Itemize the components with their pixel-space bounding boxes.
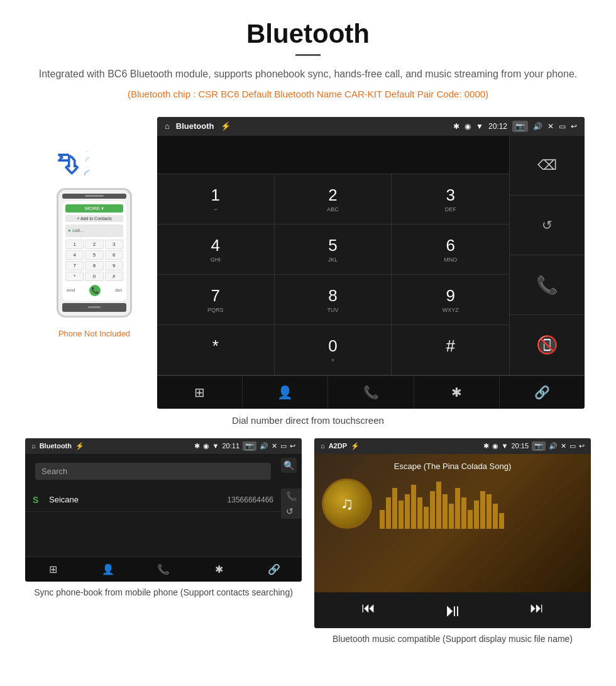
dial-key-2[interactable]: 2ABC xyxy=(275,174,392,224)
phone-side: ⮷ ┈ ◜ ◜ MORE ▾ + Add to Contacts ● call.… xyxy=(31,117,157,338)
song-title: Escape (The Pina Colada Song) xyxy=(322,462,583,471)
page-title: Bluetooth xyxy=(38,19,578,49)
phonebook-item: ⌂ Bluetooth ⚡ ✱ ◉ ▼ 20:11 📷 🔊 ✕ ▭ ↩ xyxy=(25,438,302,646)
usb-icon: ⚡ xyxy=(221,121,231,131)
dial-key-hash[interactable]: # xyxy=(392,325,509,375)
search-placeholder-text: Search xyxy=(41,467,67,476)
music-close-icon[interactable]: ✕ xyxy=(561,442,566,450)
pb-back-icon[interactable]: ↩ xyxy=(290,442,295,450)
dial-key-9[interactable]: 9WXYZ xyxy=(392,275,509,325)
contact-name: Seicane xyxy=(49,495,228,504)
page-description: Integrated with BC6 Bluetooth module, su… xyxy=(38,66,578,82)
music-statusbar: ⌂ A2DP ⚡ ✱ ◉ ▼ 20:15 📷 🔊 ✕ ▭ ↩ xyxy=(314,438,591,454)
pb-vol-icon[interactable]: 🔊 xyxy=(260,442,268,450)
dialpad-display xyxy=(157,136,509,174)
main-caption: Dial number direct from touchscreen xyxy=(0,415,616,426)
chip-info: (Bluetooth chip : CSR BC6 Default Blueto… xyxy=(38,89,578,99)
call-right-icon[interactable]: 📞 xyxy=(286,491,297,501)
dial-key-8[interactable]: 8TUV xyxy=(275,275,392,325)
search-icon[interactable]: 🔍 xyxy=(281,458,297,473)
dial-key-star[interactable]: * xyxy=(157,325,275,375)
music-window-icon[interactable]: ▭ xyxy=(569,442,576,450)
window-status-icon[interactable]: ▭ xyxy=(559,122,566,131)
location-status-icon: ◉ xyxy=(465,122,471,131)
pb-title: Bluetooth xyxy=(40,442,72,450)
phonebook-screen: ⌂ Bluetooth ⚡ ✱ ◉ ▼ 20:11 📷 🔊 ✕ ▭ ↩ xyxy=(25,438,302,582)
music-screen: ⌂ A2DP ⚡ ✱ ◉ ▼ 20:15 📷 🔊 ✕ ▭ ↩ E xyxy=(314,438,591,628)
bt-status-icon: ✱ xyxy=(453,122,459,131)
pb-home-icon[interactable]: ⌂ xyxy=(31,442,36,450)
music-wifi-icon: ▼ xyxy=(502,442,509,450)
prev-track-button[interactable]: ⏮ xyxy=(361,600,375,621)
music-back-icon[interactable]: ↩ xyxy=(579,442,585,450)
volume-status-icon[interactable]: 🔊 xyxy=(533,122,542,131)
phonebook-bottom-nav: ⊞ 👤 📞 ✱ 🔗 xyxy=(25,556,302,582)
music-usb-icon: ⚡ xyxy=(351,442,360,450)
music-loc-icon: ◉ xyxy=(492,442,498,450)
statusbar-time: 20:12 xyxy=(488,122,507,131)
pb-nav-contacts[interactable]: 👤 xyxy=(80,557,136,582)
music-home-icon[interactable]: ⌂ xyxy=(321,442,325,450)
nav-contacts[interactable]: 👤 xyxy=(243,376,328,409)
music-vol-icon[interactable]: 🔊 xyxy=(549,442,558,450)
phone-mock-add-contact: + Add to Contacts xyxy=(65,215,123,222)
phonebook-caption: Sync phone-book from mobile phone (Suppo… xyxy=(34,587,293,599)
close-status-icon[interactable]: ✕ xyxy=(547,122,554,131)
music-player-area: Escape (The Pina Colada Song) ♫ xyxy=(314,454,591,592)
statusbar-title: Bluetooth xyxy=(176,121,214,131)
title-divider xyxy=(295,54,321,56)
nav-bluetooth[interactable]: ✱ xyxy=(414,376,500,409)
redial-button[interactable]: ↺ xyxy=(510,196,585,255)
title-section: Bluetooth Integrated with BC6 Bluetooth … xyxy=(0,0,616,117)
music-time: 20:15 xyxy=(511,442,529,450)
home-icon[interactable]: ⌂ xyxy=(165,121,170,131)
car-statusbar: ⌂ Bluetooth ⚡ ✱ ◉ ▼ 20:12 📷 🔊 ✕ ▭ ↩ xyxy=(157,117,585,136)
dial-key-3[interactable]: 3DEF xyxy=(392,174,509,224)
phone-not-included-label: Phone Not Included xyxy=(58,329,130,338)
dial-key-6[interactable]: 6MNO xyxy=(392,224,509,275)
back-status-icon[interactable]: ↩ xyxy=(571,122,577,131)
pb-window-icon[interactable]: ▭ xyxy=(280,442,287,450)
dial-key-0[interactable]: 0+ xyxy=(275,325,392,375)
pb-close-icon[interactable]: ✕ xyxy=(272,442,277,450)
wifi-status-icon: ▼ xyxy=(476,122,483,131)
dial-key-7[interactable]: 7PQRS xyxy=(157,275,275,325)
dialpad-grid: 1∽ 2ABC 3DEF 4GHI 5JKL 6MNO 7PQRS 8TUV 9… xyxy=(157,174,509,375)
camera-status-icon[interactable]: 📷 xyxy=(512,121,528,132)
redial-right-icon[interactable]: ↺ xyxy=(286,506,297,516)
phonebook-search[interactable]: Search xyxy=(35,463,271,480)
music-controls: ⏮ ⏯ ⏭ xyxy=(314,592,591,628)
phonebook-statusbar: ⌂ Bluetooth ⚡ ✱ ◉ ▼ 20:11 📷 🔊 ✕ ▭ ↩ xyxy=(25,438,302,454)
pb-usb-icon: ⚡ xyxy=(75,442,84,450)
phone-mock-call-btn[interactable]: 📞 xyxy=(89,285,101,296)
nav-dialpad[interactable]: ⊞ xyxy=(157,376,243,409)
pb-nav-link[interactable]: 🔗 xyxy=(246,557,302,582)
pb-nav-phone[interactable]: 📞 xyxy=(136,557,191,582)
music-camera-icon[interactable]: 📷 xyxy=(532,441,546,451)
contact-number: 13566664466 xyxy=(228,495,273,504)
music-bt-icon: ✱ xyxy=(483,442,489,450)
phone-mock-header: MORE ▾ xyxy=(65,204,123,213)
phonebook-entry: S Seicane 13566664466 xyxy=(25,489,281,512)
dialpad-left: 1∽ 2ABC 3DEF 4GHI 5JKL 6MNO 7PQRS 8TUV 9… xyxy=(157,136,509,375)
pb-time: 20:11 xyxy=(222,442,239,450)
nav-link[interactable]: 🔗 xyxy=(500,376,585,409)
nav-phone[interactable]: 📞 xyxy=(328,376,414,409)
play-pause-button[interactable]: ⏯ xyxy=(444,600,461,621)
next-track-button[interactable]: ⏭ xyxy=(530,600,544,621)
backspace-button[interactable]: ⌫ xyxy=(510,136,585,196)
dial-key-4[interactable]: 4GHI xyxy=(157,224,275,275)
pb-camera-icon[interactable]: 📷 xyxy=(243,441,256,451)
album-art: ♫ xyxy=(322,479,372,529)
music-caption: Bluetooth music compatible (Support disp… xyxy=(333,633,573,646)
phone-mockup: MORE ▾ + Add to Contacts ● call... 123 4… xyxy=(57,188,132,318)
dial-key-1[interactable]: 1∽ xyxy=(157,174,275,224)
dialpad-right-panel: ⌫ ↺ 📞 📵 xyxy=(509,136,585,375)
pb-nav-bt[interactable]: ✱ xyxy=(191,557,246,582)
dial-key-5[interactable]: 5JKL xyxy=(275,224,392,275)
pb-nav-dialpad[interactable]: ⊞ xyxy=(25,557,80,582)
end-call-button[interactable]: 📵 xyxy=(510,315,585,375)
pb-bt-icon: ✱ xyxy=(194,442,200,450)
call-button[interactable]: 📞 xyxy=(510,255,585,315)
bottom-screenshots: ⌂ Bluetooth ⚡ ✱ ◉ ▼ 20:11 📷 🔊 ✕ ▭ ↩ xyxy=(0,438,616,658)
